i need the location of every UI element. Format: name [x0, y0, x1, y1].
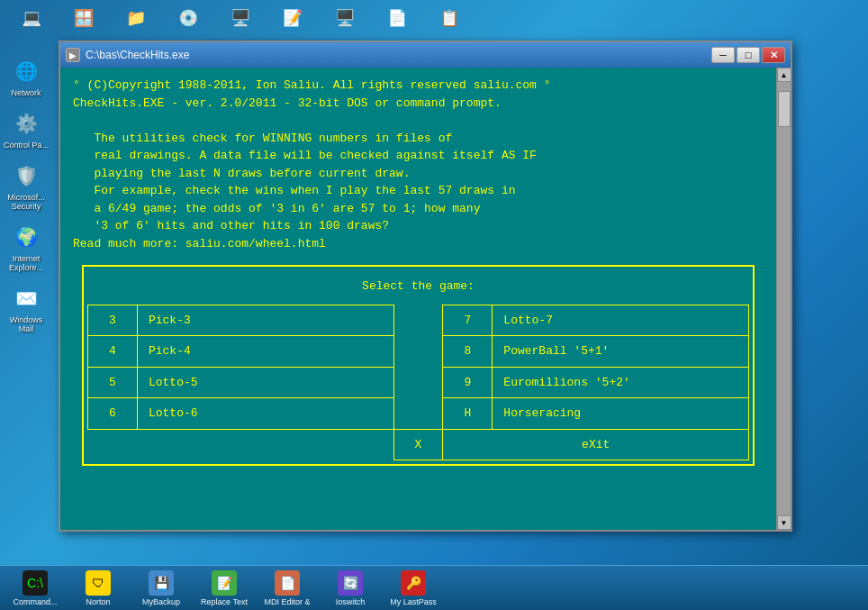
- game-key-h[interactable]: H: [443, 398, 493, 430]
- exit-label[interactable]: eXit: [443, 429, 749, 460]
- game-key-6[interactable]: 6: [88, 398, 138, 430]
- sidebar-icon-internet-label: InternetExplore...: [9, 254, 43, 272]
- checkhits-window: ▶ C:\bas\CheckHits.exe ─ □ ✕ ° (C)Copyri…: [59, 41, 792, 532]
- game-key-5[interactable]: 5: [88, 367, 138, 398]
- sidebar-icon-controlpanel[interactable]: ⚙️ Control Pa...: [1, 105, 51, 153]
- window-titlebar: ▶ C:\bas\CheckHits.exe ─ □ ✕: [60, 42, 791, 68]
- spacer: [88, 429, 138, 460]
- blank-line: [73, 112, 764, 130]
- desktop-icon-adobe[interactable]: 📄: [375, 5, 420, 32]
- sidebar-icons: 🌐 Network ⚙️ Control Pa... 🛡️ Microsof..…: [0, 45, 52, 344]
- window-app-icon: ▶: [66, 48, 80, 62]
- desktop-icon-clip[interactable]: 📋: [427, 5, 472, 32]
- desktop-icon-folder[interactable]: 📁: [113, 5, 158, 32]
- game-name-lotto7[interactable]: Lotto-7: [493, 305, 749, 336]
- taskbar-ioswitch-label: Ioswitch: [336, 597, 366, 606]
- command-icon: 🖥️: [331, 5, 358, 32]
- copyright-line: ° (C)Copyright 1988-2011, Ion Saliu. All…: [73, 77, 764, 95]
- spacer: [393, 336, 443, 368]
- clip-icon: 📋: [436, 5, 463, 32]
- game-name-lotto6[interactable]: Lotto-6: [137, 398, 393, 430]
- taskbar-item-command[interactable]: C:\ Command...: [4, 569, 67, 608]
- taskbar-item-lastpass[interactable]: 🔑 My LastPass: [382, 569, 445, 608]
- taskbar-mybackup-icon: 💾: [149, 570, 174, 596]
- scrollbar-thumb[interactable]: [778, 91, 791, 127]
- taskbar-lastpass-icon: 🔑: [401, 570, 426, 596]
- window-title: C:\bas\CheckHits.exe: [86, 49, 711, 61]
- table-row: 6 Lotto-6 H Horseracing: [88, 398, 749, 430]
- taskbar-item-ioswitch[interactable]: 🔄 Ioswitch: [319, 569, 382, 608]
- windows-icon: 🪟: [70, 5, 97, 32]
- mail-icon: ✉️: [11, 283, 41, 314]
- spacer: [393, 305, 443, 336]
- sidebar-icon-security[interactable]: 🛡️ Microsof...Security: [1, 157, 51, 214]
- desktop-icon-dvd[interactable]: 💿: [166, 5, 211, 32]
- desktop-top-icons: 💻 🪟 📁 💿 🖥️ 📝 🖥️ 📄 📋: [0, 0, 868, 36]
- game-key-9[interactable]: 9: [443, 367, 493, 398]
- desktop-icon-word[interactable]: 📝: [270, 5, 315, 32]
- taskbar-item-replacetext[interactable]: 📝 Replace Text: [193, 569, 256, 608]
- desktop-icon-windows[interactable]: 🪟: [61, 5, 106, 32]
- game-name-euromillions[interactable]: Euromillions '5+2': [493, 367, 749, 398]
- taskbar-norton-icon: 🛡: [86, 570, 111, 596]
- sidebar-icon-internet[interactable]: 🌍 InternetExplore...: [1, 218, 51, 276]
- game-key-7[interactable]: 7: [443, 305, 493, 336]
- maximize-button[interactable]: □: [737, 47, 760, 63]
- game-table-header: Select the game:: [87, 270, 749, 305]
- game-key-3[interactable]: 3: [88, 305, 138, 336]
- game-name-lotto5[interactable]: Lotto-5: [137, 367, 393, 398]
- window-controls: ─ □ ✕: [711, 47, 785, 63]
- table-row: 3 Pick-3 7 Lotto-7: [88, 305, 749, 336]
- taskbar-command-icon: C:\: [23, 570, 48, 596]
- adobe-icon: 📄: [384, 5, 411, 32]
- read-more-line: Read much more: saliu.com/wheel.html: [73, 235, 764, 253]
- scrollbar-up-button[interactable]: ▲: [777, 68, 791, 82]
- desktop-icon-com[interactable]: 🖥️: [218, 5, 263, 32]
- game-name-pick4[interactable]: Pick-4: [137, 336, 393, 368]
- taskbar-item-norton[interactable]: 🛡 Norton: [67, 569, 130, 608]
- sidebar-icon-security-label: Microsof...Security: [7, 193, 45, 211]
- desc-line3: real drawings. A data file will be check…: [73, 147, 764, 165]
- taskbar-mybackup-label: MyBackup: [142, 597, 180, 606]
- scrollbar[interactable]: ▲ ▼: [776, 68, 791, 530]
- desc-line4: playing the last N draws before current …: [73, 165, 764, 183]
- game-key-4[interactable]: 4: [88, 336, 138, 368]
- sidebar-icon-controlpanel-label: Control Pa...: [4, 141, 49, 150]
- internet-icon: 🌍: [11, 222, 41, 252]
- game-name-pick3[interactable]: Pick-3: [137, 305, 393, 336]
- table-row: 4 Pick-4 8 PowerBall '5+1': [88, 336, 749, 368]
- spacer: [137, 429, 393, 460]
- scrollbar-down-button[interactable]: ▼: [777, 515, 791, 530]
- exit-key[interactable]: X: [393, 429, 443, 460]
- scrollbar-track[interactable]: [777, 82, 791, 515]
- close-button[interactable]: ✕: [762, 47, 785, 63]
- game-name-horseracing[interactable]: Horseracing: [493, 398, 749, 430]
- desktop-icon-command[interactable]: 🖥️: [322, 5, 367, 32]
- sidebar-icon-network-label: Network: [11, 88, 41, 97]
- table-row: 5 Lotto-5 9 Euromillions '5+2': [88, 367, 749, 398]
- sidebar-icon-mail[interactable]: ✉️ WindowsMail: [1, 279, 51, 337]
- taskbar-ioswitch-icon: 🔄: [338, 570, 363, 596]
- spacer: [393, 398, 443, 430]
- folder-icon: 📁: [122, 5, 149, 32]
- security-icon: 🛡️: [11, 160, 41, 191]
- taskbar-lastpass-label: My LastPass: [390, 597, 437, 606]
- sidebar-icon-mail-label: WindowsMail: [10, 315, 43, 333]
- game-selection-table: Select the game: 3 Pick-3 7 Lotto-7 4 Pi…: [82, 265, 755, 466]
- console-area: ° (C)Copyright 1988-2011, Ion Saliu. All…: [60, 68, 776, 530]
- sidebar-icon-network[interactable]: 🌐 Network: [1, 52, 51, 101]
- game-options-table: 3 Pick-3 7 Lotto-7 4 Pick-4 8 PowerBall …: [87, 305, 749, 461]
- game-key-8[interactable]: 8: [443, 336, 493, 368]
- network-icon: 🌐: [11, 56, 41, 86]
- taskbar-item-mdieditor[interactable]: 📄 MDI Editor &: [256, 569, 319, 608]
- desktop-icon-computer[interactable]: 💻: [9, 5, 54, 32]
- dvd-icon: 💿: [175, 5, 202, 32]
- exit-row: X eXit: [88, 429, 749, 460]
- taskbar-item-mybackup[interactable]: 💾 MyBackup: [130, 569, 193, 608]
- spacer: [393, 367, 443, 398]
- computer-icon: 💻: [18, 5, 45, 32]
- word-icon: 📝: [279, 5, 306, 32]
- minimize-button[interactable]: ─: [711, 47, 735, 63]
- taskbar-mdieditor-icon: 📄: [275, 570, 300, 596]
- game-name-powerball[interactable]: PowerBall '5+1': [493, 336, 749, 368]
